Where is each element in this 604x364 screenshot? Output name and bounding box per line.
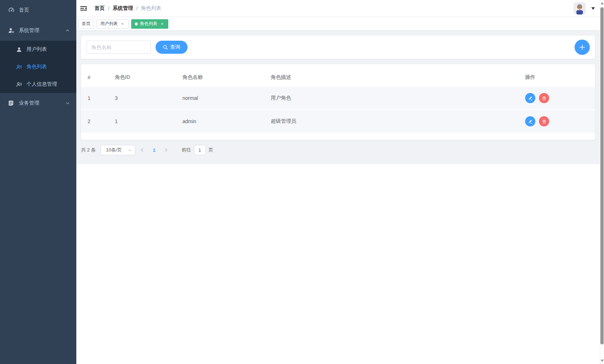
trash-icon (542, 96, 547, 101)
search-icon (163, 45, 168, 50)
trash-icon (542, 119, 547, 124)
page-size-value: 10条/页 (106, 147, 122, 153)
tab-label: 用户列表 (100, 21, 118, 27)
navbar-right (573, 2, 595, 15)
cell-role-desc: 超级管理员 (264, 110, 519, 133)
edit-button[interactable] (525, 116, 535, 126)
user-icon (16, 46, 22, 53)
avatar[interactable] (573, 2, 586, 15)
sidebar-item-user-list[interactable]: 用户列表 (0, 41, 76, 58)
scrollbar-up-arrow[interactable] (601, 2, 604, 4)
close-icon[interactable]: × (160, 21, 165, 27)
delete-button[interactable] (539, 93, 549, 103)
search-card: 查询 (81, 36, 595, 59)
header-role-desc: 角色描述 (264, 68, 519, 87)
goto-label: 前往 (182, 147, 191, 153)
breadcrumb-current: 角色列表 (141, 5, 161, 12)
sidebar-item-label: 业务管理 (19, 100, 39, 106)
row-actions (525, 116, 595, 126)
goto-page-input[interactable] (194, 145, 206, 155)
table-header-row: # 角色ID 角色名称 角色描述 操作 (81, 68, 595, 87)
page-number[interactable]: 1 (153, 147, 155, 153)
sidebar-item-business-management[interactable]: 业务管理 (0, 93, 76, 113)
table-row: 1 3 normal 用户角色 (81, 87, 595, 110)
role-table-card: # 角色ID 角色名称 角色描述 操作 1 3 normal 用户角色 (81, 64, 595, 140)
cell-role-id: 1 (108, 110, 176, 133)
pagination: 共 2 条 10条/页 1 前往 页 (81, 145, 595, 155)
prev-page-arrow[interactable] (140, 148, 144, 152)
search-button-label: 查询 (170, 44, 180, 50)
user-admin-icon (8, 27, 15, 34)
breadcrumb: 首页 / 系统管理 / 角色列表 (94, 5, 161, 12)
scrollbar-thumb[interactable] (600, 7, 604, 344)
sidebar-item-personal-info[interactable]: 个人信息管理 (0, 76, 76, 93)
header-role-id: 角色ID (108, 68, 176, 87)
caret-down-icon[interactable] (591, 7, 595, 12)
sidebar-item-label: 个人信息管理 (27, 81, 57, 88)
breadcrumb-separator: / (136, 5, 138, 11)
business-icon (8, 100, 15, 106)
dashboard-icon (8, 7, 15, 13)
edit-button[interactable] (525, 93, 535, 103)
sidebar-item-system-management[interactable]: 系统管理 (0, 20, 76, 41)
next-page-arrow[interactable] (164, 148, 168, 152)
cell-role-id: 3 (108, 87, 176, 110)
sidebar: 首页 系统管理 用户列表 (0, 0, 76, 364)
close-icon[interactable]: × (120, 21, 125, 27)
tab-user-list[interactable]: 用户列表 × (97, 19, 129, 29)
sidebar-item-label: 系统管理 (19, 27, 39, 34)
hamburger-icon[interactable] (78, 3, 89, 14)
role-name-search-input[interactable] (86, 41, 151, 54)
sidebar-item-label: 首页 (19, 7, 29, 13)
header-actions: 操作 (519, 68, 595, 87)
navbar: 首页 / 系统管理 / 角色列表 (76, 0, 604, 17)
cell-role-name: admin (176, 110, 264, 133)
page-size-select[interactable]: 10条/页 (101, 145, 135, 155)
pagination-total: 共 2 条 (81, 147, 96, 153)
app-main: 查询 # 角色ID 角色名称 角色描述 (76, 31, 604, 164)
main-area: 首页 / 系统管理 / 角色列表 (76, 0, 604, 364)
cell-role-desc: 用户角色 (264, 87, 519, 110)
edit-icon (528, 96, 533, 101)
system-management-submenu: 用户列表 角色列表 个人信息管理 (0, 41, 76, 93)
sidebar-item-label: 用户列表 (27, 46, 47, 53)
page-unit-label: 页 (209, 147, 213, 153)
chevron-up-icon (65, 28, 70, 33)
profile-icon (16, 81, 22, 88)
sidebar-item-home[interactable]: 首页 (0, 0, 76, 20)
tab-label: 角色列表 (140, 21, 157, 27)
scrollbar (600, 0, 604, 364)
active-tab-dot (135, 23, 138, 25)
pagination-goto: 前往 页 (182, 145, 213, 155)
search-button[interactable]: 查询 (156, 41, 188, 54)
tab-home[interactable]: 首页 (78, 19, 94, 29)
tab-label: 首页 (82, 21, 90, 27)
breadcrumb-separator: / (108, 5, 109, 11)
roles-icon (16, 64, 22, 70)
add-role-button[interactable] (575, 40, 590, 55)
plus-icon (579, 44, 585, 50)
delete-button[interactable] (539, 116, 549, 126)
sidebar-item-role-list[interactable]: 角色列表 (0, 58, 76, 76)
chevron-down-icon (128, 148, 132, 152)
row-actions (525, 93, 595, 103)
breadcrumb-system-management[interactable]: 系统管理 (113, 5, 133, 12)
breadcrumb-home[interactable]: 首页 (94, 5, 105, 12)
header-role-name: 角色名称 (176, 68, 264, 87)
table-row: 2 1 admin 超级管理员 (81, 110, 595, 133)
cell-index: 2 (81, 110, 108, 133)
edit-icon (528, 119, 533, 124)
scrollbar-down-arrow[interactable] (601, 360, 604, 362)
chevron-down-icon (65, 101, 70, 105)
tags-bar: 首页 用户列表 × 角色列表 × (76, 17, 604, 31)
sidebar-item-label: 角色列表 (27, 64, 47, 70)
role-table: # 角色ID 角色名称 角色描述 操作 1 3 normal 用户角色 (81, 68, 595, 133)
cell-role-name: normal (176, 87, 264, 110)
tab-role-list[interactable]: 角色列表 × (131, 19, 168, 29)
header-index: # (81, 68, 108, 87)
cell-index: 1 (81, 87, 108, 110)
